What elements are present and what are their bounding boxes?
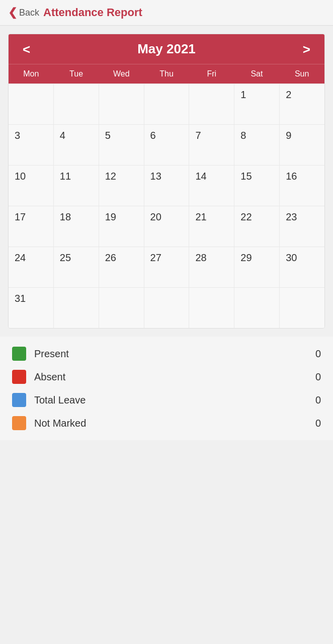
- not-marked-count: 0: [306, 418, 321, 429]
- cal-day-10[interactable]: 10: [9, 166, 53, 206]
- day-header-fri: Fri: [189, 64, 234, 84]
- cal-day-empty: [54, 84, 99, 124]
- legend-item-present: Present0: [12, 347, 321, 361]
- cal-day-17[interactable]: 17: [9, 206, 53, 247]
- cal-day-3[interactable]: 3: [9, 125, 53, 165]
- page-title: Attendance Report: [43, 6, 142, 19]
- calendar-grid: 1234567891011121314151617181920212223242…: [9, 84, 324, 328]
- total-leave-color-icon: [12, 393, 26, 407]
- cal-day-9[interactable]: 9: [280, 125, 324, 165]
- cal-day-31[interactable]: 31: [9, 288, 53, 328]
- calendar: < May 2021 > MonTueWedThuFriSatSun 12345…: [8, 34, 325, 329]
- legend: Present0Absent0Total Leave0Not Marked0: [0, 337, 333, 440]
- day-header-tue: Tue: [54, 64, 99, 84]
- cal-day-8[interactable]: 8: [234, 125, 279, 165]
- cal-day-26[interactable]: 26: [99, 247, 144, 287]
- cal-day-empty: [99, 84, 144, 124]
- absent-count: 0: [306, 371, 321, 383]
- cal-day-empty: [144, 288, 189, 328]
- cal-day-7[interactable]: 7: [189, 125, 234, 165]
- cal-day-22[interactable]: 22: [234, 206, 279, 247]
- next-month-button[interactable]: >: [299, 43, 314, 56]
- cal-day-15[interactable]: 15: [234, 166, 279, 206]
- absent-color-icon: [12, 370, 26, 384]
- header: ❮ Back Attendance Report: [0, 0, 333, 26]
- cal-day-empty: [280, 288, 324, 328]
- cal-day-empty: [189, 288, 234, 328]
- present-color-icon: [12, 347, 26, 361]
- cal-day-empty: [54, 288, 99, 328]
- legend-item-total-leave: Total Leave0: [12, 393, 321, 407]
- back-button[interactable]: ❮ Back: [8, 7, 39, 18]
- cal-day-23[interactable]: 23: [280, 206, 324, 247]
- cal-day-empty: [189, 84, 234, 124]
- cal-day-29[interactable]: 29: [234, 247, 279, 287]
- cal-day-24[interactable]: 24: [9, 247, 53, 287]
- not-marked-label: Not Marked: [34, 418, 298, 429]
- total-leave-count: 0: [306, 394, 321, 406]
- not-marked-color-icon: [12, 416, 26, 430]
- cal-day-empty: [9, 84, 53, 124]
- cal-day-21[interactable]: 21: [189, 206, 234, 247]
- month-nav: < May 2021 >: [9, 34, 324, 64]
- cal-day-empty: [234, 288, 279, 328]
- cal-day-19[interactable]: 19: [99, 206, 144, 247]
- present-label: Present: [34, 348, 298, 360]
- back-label: Back: [19, 8, 39, 18]
- cal-day-4[interactable]: 4: [54, 125, 99, 165]
- cal-day-12[interactable]: 12: [99, 166, 144, 206]
- month-title: May 2021: [137, 41, 196, 57]
- legend-item-not-marked: Not Marked0: [12, 416, 321, 430]
- cal-day-25[interactable]: 25: [54, 247, 99, 287]
- cal-day-27[interactable]: 27: [144, 247, 189, 287]
- cal-day-13[interactable]: 13: [144, 166, 189, 206]
- legend-item-absent: Absent0: [12, 370, 321, 384]
- prev-month-button[interactable]: <: [19, 43, 34, 56]
- total-leave-label: Total Leave: [34, 394, 298, 406]
- cal-day-empty: [144, 84, 189, 124]
- day-headers-row: MonTueWedThuFriSatSun: [9, 64, 324, 84]
- day-header-mon: Mon: [9, 64, 54, 84]
- day-header-sun: Sun: [279, 64, 324, 84]
- cal-day-16[interactable]: 16: [280, 166, 324, 206]
- day-header-sat: Sat: [234, 64, 280, 84]
- cal-day-5[interactable]: 5: [99, 125, 144, 165]
- day-header-thu: Thu: [144, 64, 189, 84]
- present-count: 0: [306, 348, 321, 360]
- cal-day-6[interactable]: 6: [144, 125, 189, 165]
- back-chevron-icon: ❮: [8, 7, 17, 18]
- cal-day-28[interactable]: 28: [189, 247, 234, 287]
- absent-label: Absent: [34, 371, 298, 383]
- cal-day-18[interactable]: 18: [54, 206, 99, 247]
- cal-day-empty: [99, 288, 144, 328]
- cal-day-20[interactable]: 20: [144, 206, 189, 247]
- cal-day-2[interactable]: 2: [280, 84, 324, 124]
- cal-day-11[interactable]: 11: [54, 166, 99, 206]
- cal-day-1[interactable]: 1: [234, 84, 279, 124]
- day-header-wed: Wed: [99, 64, 144, 84]
- cal-day-30[interactable]: 30: [280, 247, 324, 287]
- cal-day-14[interactable]: 14: [189, 166, 234, 206]
